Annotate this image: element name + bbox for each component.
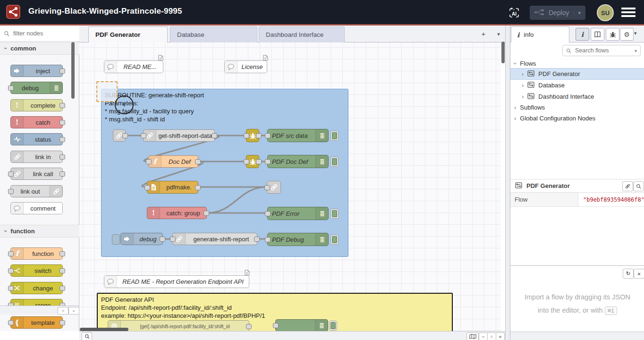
search-flows-box[interactable]: ▾	[562, 45, 641, 56]
node-port-in[interactable]	[8, 189, 14, 194]
comment-node-readme-api[interactable]: READ ME - Report Generation Endpoint API	[104, 275, 249, 288]
refresh-button[interactable]: ↻	[623, 269, 634, 279]
deploy-options-caret-icon[interactable]: ▾	[574, 10, 581, 16]
node-pdf-src-data[interactable]: PDF src data	[267, 129, 329, 142]
node-port-in[interactable]	[144, 185, 150, 190]
zoom-to-flow-button[interactable]	[633, 181, 644, 191]
copy-link-button[interactable]	[622, 181, 633, 191]
palette-node-switch[interactable]: switch	[10, 264, 63, 277]
sidebar-button-help[interactable]	[591, 28, 604, 41]
palette-node-debug[interactable]: debug	[10, 82, 63, 94]
debug-enable-toggle[interactable]	[330, 131, 339, 141]
tree-item-pdf-generator[interactable]: › PDF Generator	[510, 68, 644, 80]
node-catch-group[interactable]: ! catch: group	[147, 207, 207, 219]
node-port-in[interactable]	[264, 185, 270, 190]
node-port-in[interactable]	[141, 133, 146, 138]
node-port-out[interactable]	[195, 185, 201, 190]
node-get-shift-report-data[interactable]: get-shift-report-data	[143, 129, 215, 142]
node-port-out[interactable]	[246, 324, 252, 329]
node-pdf-error[interactable]: PDF Error	[267, 207, 329, 220]
node-http-in[interactable]: [get] /api/shift-report-pdf/:facility_id…	[108, 320, 249, 331]
palette-node-change[interactable]: change	[10, 282, 63, 294]
node-port-out[interactable]	[59, 68, 65, 74]
node-port-out[interactable]	[212, 133, 217, 138]
palette-node-catch[interactable]: ! catch	[10, 116, 63, 128]
sidebar-button-config[interactable]: ⚙	[620, 28, 634, 41]
palette-node-link-call[interactable]: link call	[10, 168, 63, 180]
search-flows-input[interactable]	[574, 47, 632, 54]
node-pdf-doc-def[interactable]: PDF Doc Def	[267, 155, 329, 168]
palette-node-status[interactable]: status	[10, 133, 63, 145]
node-pdfmake[interactable]: pdfmake.	[147, 181, 198, 194]
search-flows-button[interactable]	[82, 332, 92, 340]
tree-item-global-config[interactable]: › Global Configuration Nodes	[510, 113, 644, 124]
tree-item-database[interactable]: › Database	[510, 80, 644, 91]
close-button[interactable]: ×	[634, 269, 644, 279]
zoom-in-button[interactable]: +	[496, 332, 505, 340]
node-port-out[interactable]	[59, 120, 65, 125]
node-port-out[interactable]	[122, 133, 128, 138]
tree-item-flows[interactable]: › Flows	[510, 58, 644, 69]
node-port-out[interactable]	[256, 133, 262, 138]
palette-node-function[interactable]: f function	[10, 247, 63, 260]
inject-trigger-button[interactable]	[112, 234, 120, 245]
collapse-all-button[interactable]: ›	[58, 307, 68, 314]
node-port-in[interactable]	[146, 159, 152, 164]
palette-node-template[interactable]: { template	[10, 316, 63, 329]
node-inject-debug[interactable]: debug	[120, 233, 163, 245]
node-port-in[interactable]	[8, 320, 14, 325]
palette-node-complete[interactable]: ! complete	[10, 99, 63, 111]
sidebar-tab-info[interactable]: i info	[511, 26, 569, 42]
comment-node-license[interactable]: License	[224, 60, 267, 73]
node-subflow-bug-1[interactable]	[246, 129, 259, 142]
node-subflow-bug-2[interactable]	[246, 155, 259, 168]
node-port-out[interactable]	[59, 251, 65, 256]
node-port-out[interactable]	[256, 159, 262, 164]
node-port-out[interactable]	[195, 159, 201, 164]
palette-node-comment[interactable]: comment	[10, 202, 63, 214]
user-avatar[interactable]: SU	[597, 4, 614, 21]
expand-all-button[interactable]: ›	[68, 307, 79, 314]
debug-enable-toggle[interactable]	[330, 209, 339, 219]
zoom-reset-button[interactable]: ○	[487, 332, 496, 340]
tab-dashboard-interface[interactable]: Dashboard Interface	[259, 26, 345, 42]
main-menu-button[interactable]	[621, 8, 636, 17]
node-port-out[interactable]	[59, 286, 65, 291]
node-port-out[interactable]	[203, 211, 209, 216]
node-port-in[interactable]	[170, 237, 176, 242]
node-port-in[interactable]	[265, 237, 271, 242]
node-port-out[interactable]	[59, 171, 65, 177]
node-port-in[interactable]	[8, 85, 14, 91]
node-port-in[interactable]	[8, 251, 14, 256]
node-port-out[interactable]	[59, 268, 65, 273]
debug-enable-toggle[interactable]	[330, 235, 339, 245]
ai-assistant-button[interactable]: AI	[507, 6, 522, 20]
node-port-out[interactable]	[59, 320, 65, 325]
add-flow-button[interactable]: +	[478, 29, 489, 39]
search-caret-icon[interactable]: ▾	[635, 48, 637, 53]
debug-enable-toggle[interactable]	[330, 157, 339, 167]
debug-enable-toggle[interactable]	[329, 321, 337, 331]
comment-node-readme[interactable]: READ ME...	[104, 60, 163, 73]
node-port-in[interactable]	[265, 159, 271, 164]
palette-node-link-in[interactable]: link in	[10, 151, 63, 163]
node-port-out[interactable]	[59, 154, 65, 160]
node-port-in[interactable]	[265, 133, 271, 138]
tree-item-subflows[interactable]: › Subflows	[510, 102, 644, 113]
node-link-in[interactable]	[113, 129, 126, 142]
flow-canvas[interactable]: SUBROUTINE: generate-shift-report Parame…	[79, 42, 501, 331]
node-pdf-debug[interactable]: PDF Debug	[267, 233, 329, 246]
sidebar-tabs-caret[interactable]: ▾	[634, 30, 637, 36]
node-link-out[interactable]	[267, 181, 281, 194]
sidebar-button-info[interactable]: i	[576, 28, 589, 41]
node-port-out[interactable]	[59, 103, 65, 108]
node-port-in[interactable]	[273, 323, 279, 328]
node-port-in[interactable]	[244, 159, 249, 164]
node-port-in[interactable]	[8, 268, 14, 273]
node-port-out[interactable]	[254, 237, 260, 242]
minimap-button[interactable]	[466, 332, 479, 340]
node-port-in[interactable]	[265, 211, 271, 216]
palette-node-inject[interactable]: inject	[10, 65, 63, 77]
node-port-in[interactable]	[244, 133, 249, 138]
palette-category-function[interactable]: › function	[0, 225, 79, 238]
